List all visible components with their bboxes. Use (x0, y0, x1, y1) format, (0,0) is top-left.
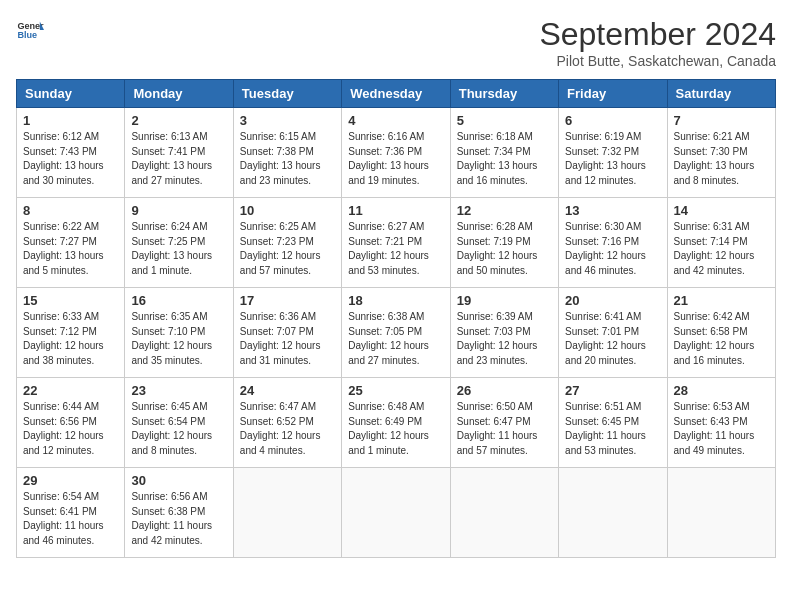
calendar-cell: 5Sunrise: 6:18 AM Sunset: 7:34 PM Daylig… (450, 108, 558, 198)
calendar-week-2: 8Sunrise: 6:22 AM Sunset: 7:27 PM Daylig… (17, 198, 776, 288)
calendar-cell: 28Sunrise: 6:53 AM Sunset: 6:43 PM Dayli… (667, 378, 775, 468)
day-number: 9 (131, 203, 226, 218)
calendar-week-1: 1Sunrise: 6:12 AM Sunset: 7:43 PM Daylig… (17, 108, 776, 198)
calendar-cell (450, 468, 558, 558)
day-info: Sunrise: 6:15 AM Sunset: 7:38 PM Dayligh… (240, 130, 335, 188)
day-info: Sunrise: 6:28 AM Sunset: 7:19 PM Dayligh… (457, 220, 552, 278)
calendar-week-3: 15Sunrise: 6:33 AM Sunset: 7:12 PM Dayli… (17, 288, 776, 378)
day-number: 13 (565, 203, 660, 218)
day-info: Sunrise: 6:24 AM Sunset: 7:25 PM Dayligh… (131, 220, 226, 278)
calendar-week-5: 29Sunrise: 6:54 AM Sunset: 6:41 PM Dayli… (17, 468, 776, 558)
calendar-cell: 15Sunrise: 6:33 AM Sunset: 7:12 PM Dayli… (17, 288, 125, 378)
day-number: 21 (674, 293, 769, 308)
day-info: Sunrise: 6:56 AM Sunset: 6:38 PM Dayligh… (131, 490, 226, 548)
location: Pilot Butte, Saskatchewan, Canada (539, 53, 776, 69)
calendar-cell: 7Sunrise: 6:21 AM Sunset: 7:30 PM Daylig… (667, 108, 775, 198)
calendar-cell: 22Sunrise: 6:44 AM Sunset: 6:56 PM Dayli… (17, 378, 125, 468)
day-info: Sunrise: 6:16 AM Sunset: 7:36 PM Dayligh… (348, 130, 443, 188)
day-info: Sunrise: 6:38 AM Sunset: 7:05 PM Dayligh… (348, 310, 443, 368)
day-number: 11 (348, 203, 443, 218)
day-info: Sunrise: 6:25 AM Sunset: 7:23 PM Dayligh… (240, 220, 335, 278)
day-number: 16 (131, 293, 226, 308)
day-number: 22 (23, 383, 118, 398)
calendar-table: Sunday Monday Tuesday Wednesday Thursday… (16, 79, 776, 558)
day-number: 15 (23, 293, 118, 308)
day-number: 1 (23, 113, 118, 128)
calendar-cell: 10Sunrise: 6:25 AM Sunset: 7:23 PM Dayli… (233, 198, 341, 288)
calendar-cell: 25Sunrise: 6:48 AM Sunset: 6:49 PM Dayli… (342, 378, 450, 468)
day-number: 4 (348, 113, 443, 128)
calendar-cell: 30Sunrise: 6:56 AM Sunset: 6:38 PM Dayli… (125, 468, 233, 558)
calendar-cell: 12Sunrise: 6:28 AM Sunset: 7:19 PM Dayli… (450, 198, 558, 288)
calendar-cell: 8Sunrise: 6:22 AM Sunset: 7:27 PM Daylig… (17, 198, 125, 288)
calendar-cell (559, 468, 667, 558)
day-number: 18 (348, 293, 443, 308)
calendar-cell: 20Sunrise: 6:41 AM Sunset: 7:01 PM Dayli… (559, 288, 667, 378)
calendar-cell: 27Sunrise: 6:51 AM Sunset: 6:45 PM Dayli… (559, 378, 667, 468)
day-info: Sunrise: 6:54 AM Sunset: 6:41 PM Dayligh… (23, 490, 118, 548)
logo: General Blue (16, 16, 44, 44)
day-info: Sunrise: 6:31 AM Sunset: 7:14 PM Dayligh… (674, 220, 769, 278)
month-title: September 2024 (539, 16, 776, 53)
calendar-cell: 1Sunrise: 6:12 AM Sunset: 7:43 PM Daylig… (17, 108, 125, 198)
day-number: 23 (131, 383, 226, 398)
day-info: Sunrise: 6:48 AM Sunset: 6:49 PM Dayligh… (348, 400, 443, 458)
calendar-cell: 6Sunrise: 6:19 AM Sunset: 7:32 PM Daylig… (559, 108, 667, 198)
day-info: Sunrise: 6:12 AM Sunset: 7:43 PM Dayligh… (23, 130, 118, 188)
svg-text:Blue: Blue (17, 30, 37, 40)
day-info: Sunrise: 6:33 AM Sunset: 7:12 PM Dayligh… (23, 310, 118, 368)
calendar-cell: 29Sunrise: 6:54 AM Sunset: 6:41 PM Dayli… (17, 468, 125, 558)
calendar-cell: 21Sunrise: 6:42 AM Sunset: 6:58 PM Dayli… (667, 288, 775, 378)
day-number: 17 (240, 293, 335, 308)
calendar-cell: 23Sunrise: 6:45 AM Sunset: 6:54 PM Dayli… (125, 378, 233, 468)
day-info: Sunrise: 6:39 AM Sunset: 7:03 PM Dayligh… (457, 310, 552, 368)
day-number: 5 (457, 113, 552, 128)
day-number: 12 (457, 203, 552, 218)
day-info: Sunrise: 6:21 AM Sunset: 7:30 PM Dayligh… (674, 130, 769, 188)
calendar-cell: 18Sunrise: 6:38 AM Sunset: 7:05 PM Dayli… (342, 288, 450, 378)
day-info: Sunrise: 6:41 AM Sunset: 7:01 PM Dayligh… (565, 310, 660, 368)
day-number: 29 (23, 473, 118, 488)
day-number: 7 (674, 113, 769, 128)
day-number: 20 (565, 293, 660, 308)
day-number: 3 (240, 113, 335, 128)
col-thursday: Thursday (450, 80, 558, 108)
day-info: Sunrise: 6:36 AM Sunset: 7:07 PM Dayligh… (240, 310, 335, 368)
day-number: 2 (131, 113, 226, 128)
page-header: General Blue September 2024 Pilot Butte,… (16, 16, 776, 69)
col-tuesday: Tuesday (233, 80, 341, 108)
calendar-cell: 9Sunrise: 6:24 AM Sunset: 7:25 PM Daylig… (125, 198, 233, 288)
calendar-week-4: 22Sunrise: 6:44 AM Sunset: 6:56 PM Dayli… (17, 378, 776, 468)
calendar-cell: 19Sunrise: 6:39 AM Sunset: 7:03 PM Dayli… (450, 288, 558, 378)
day-info: Sunrise: 6:27 AM Sunset: 7:21 PM Dayligh… (348, 220, 443, 278)
day-number: 10 (240, 203, 335, 218)
calendar-cell: 14Sunrise: 6:31 AM Sunset: 7:14 PM Dayli… (667, 198, 775, 288)
title-area: September 2024 Pilot Butte, Saskatchewan… (539, 16, 776, 69)
calendar-cell: 26Sunrise: 6:50 AM Sunset: 6:47 PM Dayli… (450, 378, 558, 468)
day-number: 25 (348, 383, 443, 398)
calendar-cell: 11Sunrise: 6:27 AM Sunset: 7:21 PM Dayli… (342, 198, 450, 288)
day-info: Sunrise: 6:44 AM Sunset: 6:56 PM Dayligh… (23, 400, 118, 458)
calendar-cell: 24Sunrise: 6:47 AM Sunset: 6:52 PM Dayli… (233, 378, 341, 468)
calendar-cell (233, 468, 341, 558)
day-number: 30 (131, 473, 226, 488)
day-info: Sunrise: 6:50 AM Sunset: 6:47 PM Dayligh… (457, 400, 552, 458)
day-info: Sunrise: 6:18 AM Sunset: 7:34 PM Dayligh… (457, 130, 552, 188)
col-monday: Monday (125, 80, 233, 108)
day-info: Sunrise: 6:19 AM Sunset: 7:32 PM Dayligh… (565, 130, 660, 188)
day-number: 26 (457, 383, 552, 398)
logo-icon: General Blue (16, 16, 44, 44)
calendar-cell: 17Sunrise: 6:36 AM Sunset: 7:07 PM Dayli… (233, 288, 341, 378)
day-info: Sunrise: 6:30 AM Sunset: 7:16 PM Dayligh… (565, 220, 660, 278)
day-number: 8 (23, 203, 118, 218)
day-info: Sunrise: 6:35 AM Sunset: 7:10 PM Dayligh… (131, 310, 226, 368)
day-number: 27 (565, 383, 660, 398)
calendar-cell: 4Sunrise: 6:16 AM Sunset: 7:36 PM Daylig… (342, 108, 450, 198)
col-sunday: Sunday (17, 80, 125, 108)
col-saturday: Saturday (667, 80, 775, 108)
day-info: Sunrise: 6:53 AM Sunset: 6:43 PM Dayligh… (674, 400, 769, 458)
day-number: 19 (457, 293, 552, 308)
calendar-cell (342, 468, 450, 558)
day-info: Sunrise: 6:13 AM Sunset: 7:41 PM Dayligh… (131, 130, 226, 188)
day-info: Sunrise: 6:22 AM Sunset: 7:27 PM Dayligh… (23, 220, 118, 278)
